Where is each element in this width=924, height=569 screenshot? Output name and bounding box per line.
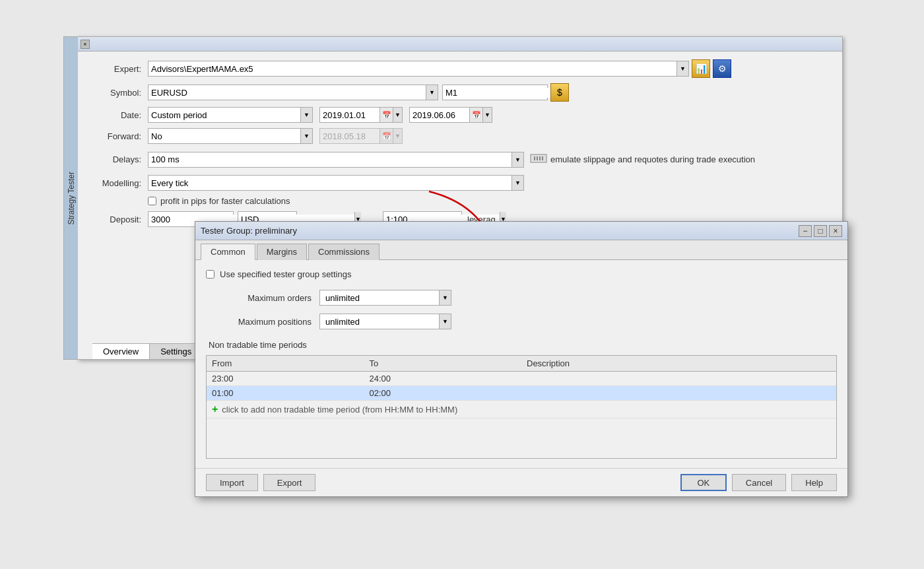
panel-close-btn[interactable]: × [81,40,90,49]
strategy-tester-label: Strategy Tester [63,36,78,360]
date-row: Date: ▼ 📅 ▼ 📅 ▼ [88,107,832,123]
expert-dropdown-arrow[interactable]: ▼ [676,61,688,76]
delays-row: Delays: ▼ emulate slippage and requotes … [88,149,832,170]
max-positions-container: unlimited ▼ [319,314,451,329]
ok-button[interactable]: OK [680,474,727,491]
modelling-arrow[interactable]: ▼ [512,176,523,190]
max-orders-arrow[interactable]: ▼ [439,290,451,305]
date-to-input[interactable] [410,110,469,120]
export-button[interactable]: Export [263,474,316,491]
date-period-arrow[interactable]: ▼ [300,108,312,122]
forward-label: Forward: [88,131,141,141]
nt-table: From To Description 23:00 24:00 01:00 02… [206,355,837,459]
table-row[interactable]: 23:00 24:00 [207,372,836,386]
dialog-body: Use specified tester group settings Maxi… [195,260,847,468]
max-positions-row: Maximum positions unlimited ▼ [206,314,837,329]
date-from-input[interactable] [320,110,380,120]
symbol-row: Symbol: ▼ ▼ $ [88,83,832,102]
forward-arrow[interactable]: ▼ [300,129,312,143]
row1-from: 23:00 [212,374,364,384]
symbol-input[interactable] [148,88,426,98]
date-period-container: ▼ [148,107,313,123]
svg-rect-0 [531,154,546,162]
tester-group-dialog: Tester Group: preliminary − □ × Common M… [195,221,848,497]
table-row[interactable]: 01:00 02:00 [207,386,836,401]
import-button[interactable]: Import [206,474,258,491]
dialog-controls: − □ × [799,225,842,237]
forward-date-calendar: 📅 [380,129,393,143]
dialog-titlebar: Tester Group: preliminary − □ × [195,222,847,240]
expert-label: Expert: [88,64,141,74]
use-settings-label: Use specified tester group settings [220,269,351,279]
dialog-tab-commissions[interactable]: Commissions [308,244,380,260]
dialog-tab-bar: Common Margins Commissions [195,240,847,260]
timeframe-input[interactable] [443,88,559,98]
vertical-label-text: Strategy Tester [67,172,76,224]
date-to-container: 📅 ▼ [409,107,492,123]
modelling-row: Modelling: ▼ [88,175,832,191]
footer-left-buttons: Import Export [206,474,315,491]
row2-desc [527,388,831,398]
non-tradable-section: Non tradable time periods From To Descri… [206,340,837,459]
max-orders-value: unlimited [320,293,439,303]
dialog-close-btn[interactable]: × [829,225,842,237]
date-label: Date: [88,110,141,120]
dialog-footer: Import Export OK Cancel Help [195,468,847,496]
modelling-container: ▼ [148,175,524,191]
col-to: To [370,358,522,368]
modelling-label: Modelling: [88,178,141,188]
expert-input[interactable] [148,64,676,74]
forward-date-container: 📅 ▼ [319,128,403,144]
dollar-icon-btn[interactable]: $ [550,83,569,102]
non-tradable-title: Non tradable time periods [209,340,837,350]
add-icon: + [212,403,218,415]
forward-date-arrow: ▼ [393,129,402,143]
dialog-maximize-btn[interactable]: □ [814,225,827,237]
symbol-dropdown-arrow[interactable]: ▼ [426,85,438,100]
col-from: From [212,358,364,368]
delays-input[interactable] [148,154,512,164]
dialog-minimize-btn[interactable]: − [799,225,812,237]
max-positions-label: Maximum positions [206,317,312,327]
delays-arrow[interactable]: ▼ [512,152,523,167]
panel-titlebar: × [78,37,842,51]
row1-to: 24:00 [370,374,522,384]
forward-date-input [320,131,380,141]
date-from-arrow[interactable]: ▼ [393,108,402,122]
profit-checkbox[interactable] [148,197,156,205]
row1-desc [527,374,831,384]
slippage-icon[interactable] [529,149,548,170]
date-to-arrow[interactable]: ▼ [482,108,492,122]
expert-row: Expert: ▼ 📊 ⚙ [88,59,832,78]
forward-input[interactable] [148,131,300,141]
add-row-text: click to add non tradable time period (f… [222,405,457,415]
date-period-input[interactable] [148,110,300,120]
date-to-calendar[interactable]: 📅 [469,108,482,122]
modelling-input[interactable] [148,178,512,188]
footer-right-buttons: OK Cancel Help [680,474,837,491]
date-from-container: 📅 ▼ [319,107,403,123]
date-from-calendar[interactable]: 📅 [380,108,393,122]
max-positions-arrow[interactable]: ▼ [439,314,451,329]
symbol-input-container: ▼ [148,84,438,100]
forward-container: ▼ [148,128,313,144]
dialog-tab-common[interactable]: Common [201,244,255,260]
chart-icon-btn[interactable]: 📊 [692,59,710,78]
col-description: Description [527,358,831,368]
gear-icon-btn[interactable]: ⚙ [713,59,731,78]
nt-add-row[interactable]: + click to add non tradable time period … [207,401,836,418]
delays-container: ▼ [148,152,524,168]
dialog-title: Tester Group: preliminary [201,226,297,236]
max-orders-row: Maximum orders unlimited ▼ [206,290,837,306]
tab-overview[interactable]: Overview [92,344,150,359]
profit-label: profit in pips for faster calculations [160,196,290,206]
row2-to: 02:00 [370,388,522,398]
help-button[interactable]: Help [791,474,837,491]
use-settings-checkbox[interactable] [206,270,214,279]
expert-input-container: ▼ [148,61,689,77]
cancel-button[interactable]: Cancel [732,474,786,491]
timeframe-input-container: ▼ [442,84,548,100]
forward-row: Forward: ▼ 📅 ▼ [88,128,832,144]
dialog-tab-margins[interactable]: Margins [257,244,307,260]
slippage-text: emulate slippage and requotes during tra… [550,154,755,164]
